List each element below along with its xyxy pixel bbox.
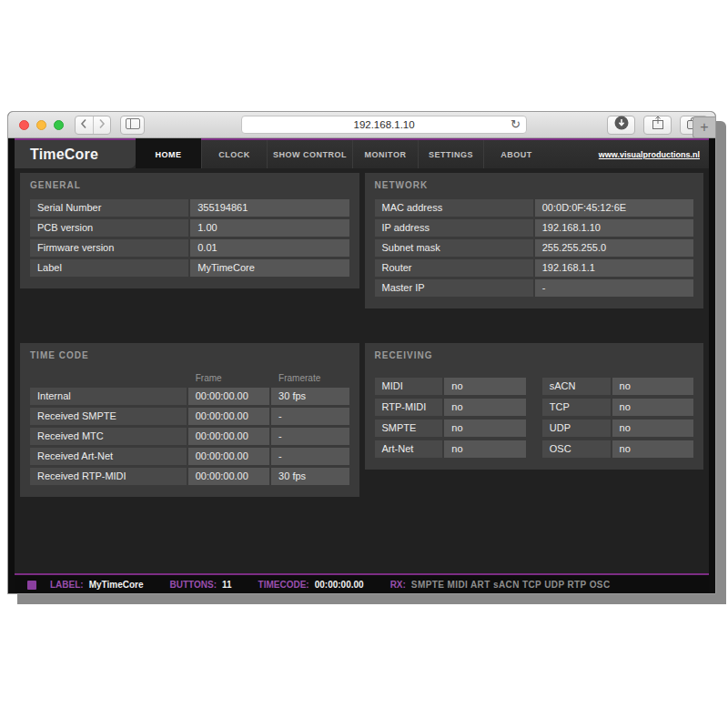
table-row: IP address 192.168.1.10 (375, 219, 694, 237)
table-row: PCB version 1.00 (30, 219, 349, 237)
network-panel: NETWORK MAC address 00:0D:0F:45:12:6E IP… (365, 173, 704, 308)
row-value: no (444, 420, 525, 437)
row-value: no (444, 399, 525, 416)
receiving-table-left: MIDI no RTP-MIDI no SMPTE no (375, 378, 526, 458)
framerate-value: - (271, 448, 349, 465)
table-row: Master IP - (375, 279, 694, 297)
row-label: Received Art-Net (30, 448, 187, 465)
back-button[interactable] (76, 116, 93, 134)
row-value: no (612, 378, 693, 395)
row-value: - (535, 279, 693, 297)
back-chevron-icon (80, 116, 87, 133)
downloads-button[interactable] (607, 116, 635, 135)
row-label: PCB version (30, 219, 188, 237)
row-value: no (612, 440, 693, 458)
sidebar-icon (126, 116, 140, 133)
receiving-panel-title: RECEIVING (375, 350, 694, 360)
tab-monitor[interactable]: MONITOR (352, 140, 418, 168)
website-link[interactable]: www.visualproductions.nl (599, 150, 700, 159)
browser-window: 192.168.1.10 ↻ + (7, 111, 716, 594)
timecode-panel: TIME CODE Frame Framerate Internal 00:00… (20, 343, 359, 497)
row-label: Serial Number (30, 199, 188, 217)
status-indicator-icon (27, 581, 36, 590)
tab-about[interactable]: ABOUT (483, 140, 549, 168)
window-controls (19, 120, 64, 130)
table-row: Firmware version 0.01 (30, 239, 349, 257)
tab-clock[interactable]: CLOCK (201, 140, 267, 168)
frame-value: 00:00:00.00 (188, 448, 269, 465)
table-row: OSC no (542, 440, 693, 458)
row-label: Router (375, 259, 533, 277)
status-timecode-key: TIMECODE: (258, 580, 309, 590)
history-nav-group (75, 116, 111, 135)
row-label: Firmware version (30, 239, 188, 257)
row-label: UDP (542, 420, 611, 437)
reload-icon[interactable]: ↻ (511, 117, 521, 131)
row-value: no (444, 440, 525, 458)
row-label: Subnet mask (375, 239, 533, 257)
row-label: MAC address (375, 199, 533, 217)
status-rx-key: RX: (390, 580, 406, 590)
table-row: Internal 00:00:00.00 30 fps (30, 388, 349, 405)
framerate-value: - (271, 408, 349, 425)
row-value: 355194861 (190, 199, 349, 217)
close-window-button[interactable] (19, 120, 29, 130)
sidebar-toggle-button[interactable] (120, 116, 145, 135)
row-label: Received SMPTE (30, 408, 187, 425)
network-table: MAC address 00:0D:0F:45:12:6E IP address… (375, 199, 694, 297)
tab-show-control[interactable]: SHOW CONTROL (267, 140, 352, 168)
row-label: Master IP (375, 279, 533, 297)
row-label: Label (30, 259, 188, 277)
framerate-value: 30 fps (271, 468, 349, 485)
row-label: RTP-MIDI (375, 399, 443, 416)
minimize-window-button[interactable] (36, 120, 46, 130)
table-row: Received RTP-MIDI 00:00:00.00 30 fps (30, 468, 349, 485)
tab-home[interactable]: HOME (136, 138, 201, 168)
main-content: GENERAL Serial Number 355194861 PCB vers… (15, 168, 709, 573)
row-value: 192.168.1.10 (535, 219, 693, 237)
row-label: Received MTC (30, 428, 187, 445)
framerate-value: - (271, 428, 349, 445)
row-value: MyTimeCore (190, 259, 349, 277)
column-header-framerate: Framerate (271, 369, 349, 385)
row-label: sACN (542, 378, 611, 395)
status-rx-value: SMPTE MIDI ART sACN TCP UDP RTP OSC (411, 580, 611, 590)
timecode-panel-title: TIME CODE (30, 350, 349, 360)
table-row: MAC address 00:0D:0F:45:12:6E (375, 199, 694, 217)
tab-settings[interactable]: SETTINGS (418, 140, 483, 168)
share-icon (652, 116, 664, 134)
status-timecode-group: TIMECODE: 00:00:00.00 (258, 580, 364, 590)
status-rx-group: RX: SMPTE MIDI ART sACN TCP UDP RTP OSC (390, 580, 611, 590)
address-bar[interactable]: 192.168.1.10 ↻ (241, 116, 527, 134)
status-bar: LABEL: MyTimeCore BUTTONS: 11 TIMECODE: … (15, 575, 709, 594)
row-value: 255.255.255.0 (535, 239, 693, 257)
row-value: no (612, 420, 693, 437)
download-icon (614, 116, 629, 134)
general-table: Serial Number 355194861 PCB version 1.00… (30, 199, 349, 277)
table-header-row: Frame Framerate (30, 369, 349, 385)
row-value: 1.00 (190, 219, 349, 237)
table-row: Subnet mask 255.255.255.0 (375, 239, 694, 257)
new-tab-button[interactable]: + (693, 116, 715, 138)
table-row: SMPTE no (375, 420, 526, 437)
site-header: TimeCore HOME CLOCK SHOW CONTROL MONITOR… (15, 140, 709, 168)
share-button[interactable] (643, 116, 672, 135)
row-value: no (444, 378, 525, 395)
column-header-frame: Frame (188, 369, 269, 385)
row-label: TCP (542, 399, 611, 416)
status-label-group: LABEL: MyTimeCore (50, 580, 144, 590)
status-buttons-key: BUTTONS: (170, 580, 217, 590)
url-text: 192.168.1.10 (353, 119, 414, 130)
zoom-window-button[interactable] (54, 120, 64, 130)
frame-value: 00:00:00.00 (188, 468, 269, 485)
table-row: Received MTC 00:00:00.00 - (30, 428, 349, 445)
general-panel-title: GENERAL (30, 180, 349, 190)
table-row: Received Art-Net 00:00:00.00 - (30, 448, 349, 465)
table-row: RTP-MIDI no (375, 399, 526, 416)
table-row: UDP no (542, 420, 693, 437)
forward-button[interactable] (93, 116, 111, 134)
table-row: TCP no (542, 399, 693, 416)
network-panel-title: NETWORK (375, 180, 694, 190)
row-value: 00:0D:0F:45:12:6E (535, 199, 693, 217)
browser-toolbar: 192.168.1.10 ↻ + (8, 112, 715, 138)
